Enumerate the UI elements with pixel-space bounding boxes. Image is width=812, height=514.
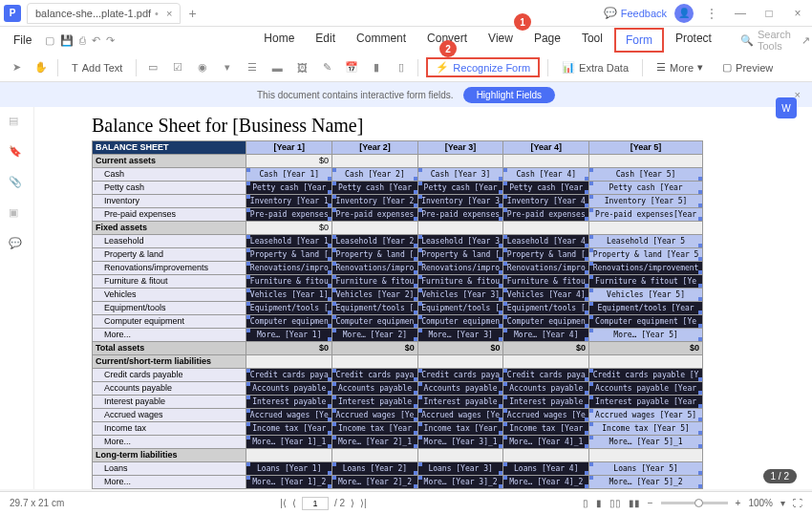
form-field[interactable]: More… [Year 3]_1 xyxy=(417,436,503,449)
form-field[interactable]: Inventory [Year 2 xyxy=(332,195,418,208)
page-input[interactable] xyxy=(302,497,329,510)
zoom-slider[interactable] xyxy=(661,502,728,504)
radio-icon[interactable]: ◉ xyxy=(194,59,211,76)
form-field[interactable]: Computer equipment [Ye xyxy=(589,315,703,329)
recognize-form-button[interactable]: ⚡ Recognize Form xyxy=(426,57,540,77)
form-field[interactable]: More… [Year 1]_1 xyxy=(246,436,332,449)
form-field[interactable]: Computer equipmen xyxy=(503,315,589,329)
form-field[interactable]: Leasehold [Year 4 xyxy=(503,235,589,248)
form-field[interactable]: Accounts payable xyxy=(246,382,332,396)
button-field-icon[interactable]: ▬ xyxy=(268,59,286,76)
form-field[interactable]: Renovations/impro xyxy=(246,262,332,275)
form-field[interactable]: Accrued wages [Ye xyxy=(246,409,332,422)
form-field[interactable]: Inventory [Year 4 xyxy=(503,195,589,208)
form-field[interactable]: Leasehold [Year 2 xyxy=(332,235,418,248)
view-two-icon[interactable]: ▯▯ xyxy=(609,498,621,508)
prev-page-icon[interactable]: ⟨ xyxy=(292,498,296,508)
feedback-button[interactable]: 💬 Feedback xyxy=(604,7,667,19)
form-field[interactable]: Petty cash [Year xyxy=(246,182,332,195)
fullscreen-icon[interactable]: ⛶ xyxy=(793,498,802,508)
tab-add-icon[interactable]: + xyxy=(188,6,196,21)
thumbnails-icon[interactable]: ▤ xyxy=(9,115,26,132)
comments-icon[interactable]: 💬 xyxy=(9,237,26,254)
zoom-out-icon[interactable]: − xyxy=(648,498,653,508)
form-field[interactable]: Equipment/tools [ xyxy=(503,302,589,315)
form-field[interactable]: Computer equipmen xyxy=(417,315,503,329)
form-field[interactable]: Renovations/impro xyxy=(503,262,589,275)
form-field[interactable]: Property & land [ xyxy=(246,248,332,262)
form-field[interactable]: More… [Year 3] xyxy=(417,329,503,342)
zoom-in-icon[interactable]: + xyxy=(736,498,741,508)
text-field-icon[interactable]: ▭ xyxy=(144,59,161,76)
form-field[interactable]: Interest payable xyxy=(246,396,332,409)
form-field[interactable]: More… [Year 4] xyxy=(503,329,589,342)
form-field[interactable]: Accounts payable xyxy=(417,382,503,396)
form-field[interactable]: More… [Year 5]_2 xyxy=(589,476,703,489)
form-field[interactable]: More… [Year 4]_2 xyxy=(503,476,589,489)
form-field[interactable]: Furniture & fitou xyxy=(503,275,589,289)
form-field[interactable]: Interest payable xyxy=(332,396,418,409)
form-field[interactable]: Petty cash [Year xyxy=(332,182,418,195)
form-field[interactable]: Inventory [Year 5] xyxy=(589,195,703,208)
last-page-icon[interactable]: ⟩| xyxy=(360,498,367,508)
word-export-icon[interactable]: W xyxy=(776,97,797,118)
form-field[interactable]: Furniture & fitou xyxy=(246,275,332,289)
date-icon[interactable]: 📅 xyxy=(343,59,360,76)
form-field[interactable]: More… [Year 1] xyxy=(246,329,332,342)
form-field[interactable]: Pre-paid expenses xyxy=(417,208,503,222)
checkbox-icon[interactable]: ☑ xyxy=(169,59,186,76)
form-field[interactable]: Furniture & fitou xyxy=(332,275,418,289)
document-tab[interactable]: balance-she...plate-1.pdf • × xyxy=(27,3,181,24)
form-field[interactable]: Vehicles [Year 5] xyxy=(589,289,703,302)
user-avatar[interactable]: 👤 xyxy=(674,4,694,23)
form-field[interactable]: More… [Year 4]_1 xyxy=(503,436,589,449)
form-field[interactable]: Loans [Year 5] xyxy=(589,462,703,476)
minimize-icon[interactable]: — xyxy=(730,7,751,20)
form-field[interactable]: Accrued wages [Ye xyxy=(503,409,589,422)
form-field[interactable]: Accrued wages [Ye xyxy=(332,409,418,422)
form-field[interactable]: Leasehold [Year 1 xyxy=(246,235,332,248)
form-field[interactable]: Equipment/tools [ xyxy=(417,302,503,315)
form-field[interactable]: Income tax [Year xyxy=(417,422,503,436)
layers-icon[interactable]: ▣ xyxy=(9,206,26,224)
form-field[interactable]: Leasehold [Year 5 xyxy=(589,235,703,248)
form-field[interactable]: Property & land [ xyxy=(503,248,589,262)
form-field[interactable]: Credit cards paya xyxy=(417,369,503,382)
menu-home[interactable]: Home xyxy=(254,28,304,53)
share-icon[interactable]: ↗ xyxy=(797,31,812,50)
menu-comment[interactable]: Comment xyxy=(347,28,416,53)
menu-protect[interactable]: Protect xyxy=(666,28,721,53)
menu-dots-icon[interactable]: ⋮ xyxy=(701,7,722,20)
form-field[interactable]: Interest payable xyxy=(503,396,589,409)
form-field[interactable]: Income tax [Year 5] xyxy=(589,422,703,436)
form-field[interactable]: Equipment/tools [ xyxy=(246,302,332,315)
form-field[interactable]: Loans [Year 3] xyxy=(417,462,503,476)
first-page-icon[interactable]: |⟨ xyxy=(280,498,287,508)
form-field[interactable]: Pre-paid expenses[Year xyxy=(589,208,703,222)
form-field[interactable]: Loans [Year 2] xyxy=(332,462,418,476)
form-field[interactable]: More… [Year 5]_1 xyxy=(589,436,703,449)
close-window-icon[interactable]: × xyxy=(787,7,808,20)
form-field[interactable]: Accrued wages [Year 5] xyxy=(589,409,703,422)
form-field[interactable]: Cash [Year 5] xyxy=(589,168,703,182)
form-field[interactable]: Pre-paid expenses xyxy=(503,208,589,222)
image-field-icon[interactable]: 🖼 xyxy=(293,59,310,76)
form-field[interactable]: More… [Year 2]_2 xyxy=(332,476,418,489)
menu-page[interactable]: Page xyxy=(524,28,570,53)
form-field[interactable]: Furniture & fitou xyxy=(417,275,503,289)
form-field[interactable]: Vehicles [Year 4] xyxy=(503,289,589,302)
field-icon[interactable]: ▯ xyxy=(393,59,410,76)
bookmark-icon[interactable]: 🔖 xyxy=(9,145,26,162)
maximize-icon[interactable]: □ xyxy=(759,7,780,20)
form-field[interactable]: Cash [Year 4] xyxy=(503,168,589,182)
next-page-icon[interactable]: ⟩ xyxy=(351,498,354,508)
form-field[interactable]: Vehicles [Year 3] xyxy=(417,289,503,302)
form-field[interactable]: More… [Year 3]_2 xyxy=(417,476,503,489)
signature-icon[interactable]: ✎ xyxy=(318,59,335,76)
form-field[interactable]: Accounts payable [Year xyxy=(589,382,703,396)
tab-close-icon[interactable]: × xyxy=(166,8,172,19)
form-field[interactable]: Equipment/tools [Year xyxy=(589,302,703,315)
form-field[interactable]: Inventory [Year 1 xyxy=(246,195,332,208)
dropdown-icon[interactable]: ▾ xyxy=(219,59,236,76)
menu-view[interactable]: View xyxy=(479,28,523,53)
